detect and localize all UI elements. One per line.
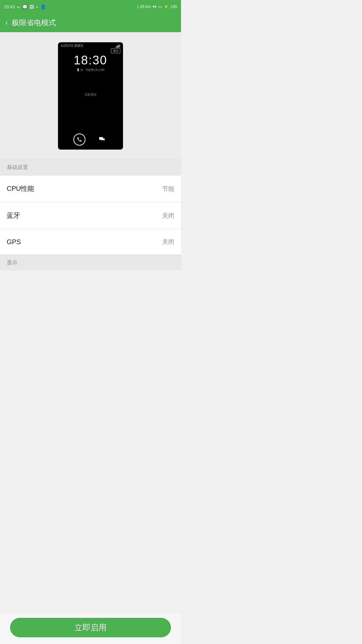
charging-icon: ⚡ bbox=[164, 4, 169, 9]
back-button[interactable]: ‹ bbox=[5, 18, 8, 27]
mock-battery-percent: 51 bbox=[80, 68, 83, 71]
phone-mock: 11月27日 星期五 退出 18:30 🔋 51 可使用2天1小 bbox=[58, 42, 123, 150]
message-icon: 💬 bbox=[22, 4, 27, 9]
gps-setting-item[interactable]: GPS 关闭 bbox=[0, 229, 181, 255]
svg-rect-4 bbox=[120, 44, 120, 48]
mock-bottom-icons bbox=[58, 131, 123, 150]
preview-area: 11月27日 星期五 退出 18:30 🔋 51 可使用2天1小 bbox=[0, 32, 181, 160]
mock-exit-button[interactable]: 退出 bbox=[111, 48, 120, 53]
bluetooth-value: 关闭 bbox=[162, 212, 174, 220]
image-icon: 🖼 bbox=[29, 4, 34, 9]
status-bar: 20:43 ∞ 💬 🖼 ⌁ 👤 1.09 k/s ▾▾ ▭ ⚡ 100 bbox=[0, 0, 181, 13]
network-speed: 1.09 k/s bbox=[137, 4, 151, 9]
mock-battery-icon: 🔋 bbox=[76, 68, 80, 71]
cpu-label: CPU性能 bbox=[7, 184, 34, 193]
bluetooth-setting-item[interactable]: 蓝牙 关闭 bbox=[0, 202, 181, 229]
status-right: 1.09 k/s ▾▾ ▭ ⚡ 100 bbox=[137, 4, 177, 9]
mock-notification: 无新通知 bbox=[58, 93, 123, 97]
bluetooth-label: 蓝牙 bbox=[7, 211, 20, 220]
usb-icon: ⌁ bbox=[36, 4, 39, 9]
mock-time: 18:30 bbox=[58, 53, 123, 67]
basic-settings-header: 基础设置 bbox=[0, 160, 181, 175]
status-left: 20:43 ∞ 💬 🖼 ⌁ 👤 bbox=[4, 4, 46, 9]
svg-rect-0 bbox=[116, 47, 116, 48]
cpu-value: 节能 bbox=[162, 185, 174, 193]
mock-battery-info: 🔋 51 可使用2天1小时 bbox=[58, 68, 123, 72]
title-bar: ‹ 极限省电模式 bbox=[0, 13, 181, 32]
cpu-setting-item[interactable]: CPU性能 节能 bbox=[0, 175, 181, 202]
gps-label: GPS bbox=[7, 238, 21, 246]
mock-message-icon bbox=[96, 133, 108, 146]
mock-phone-icon bbox=[73, 133, 85, 146]
person-icon: 👤 bbox=[41, 4, 46, 9]
svg-rect-1 bbox=[117, 46, 117, 48]
mock-signal bbox=[116, 44, 120, 48]
page-title: 极限省电模式 bbox=[12, 18, 56, 28]
infinity-icon: ∞ bbox=[17, 4, 20, 9]
gps-value: 关闭 bbox=[162, 238, 174, 246]
svg-rect-3 bbox=[119, 45, 119, 48]
display-section-header: 显示 bbox=[0, 255, 181, 270]
status-time: 20:43 bbox=[4, 4, 15, 9]
battery-level: 100 bbox=[170, 4, 177, 9]
mock-date: 11月27日 星期五 bbox=[61, 44, 83, 48]
mock-top-bar: 11月27日 星期五 bbox=[58, 42, 123, 48]
main-content: 11月27日 星期五 退出 18:30 🔋 51 可使用2天1小 bbox=[0, 32, 181, 304]
svg-rect-2 bbox=[118, 45, 118, 48]
mock-battery-desc: 可使用2天1小时 bbox=[85, 68, 105, 71]
wifi-icon: ▾▾ bbox=[153, 4, 157, 9]
signal-icon: ▭ bbox=[158, 4, 162, 9]
